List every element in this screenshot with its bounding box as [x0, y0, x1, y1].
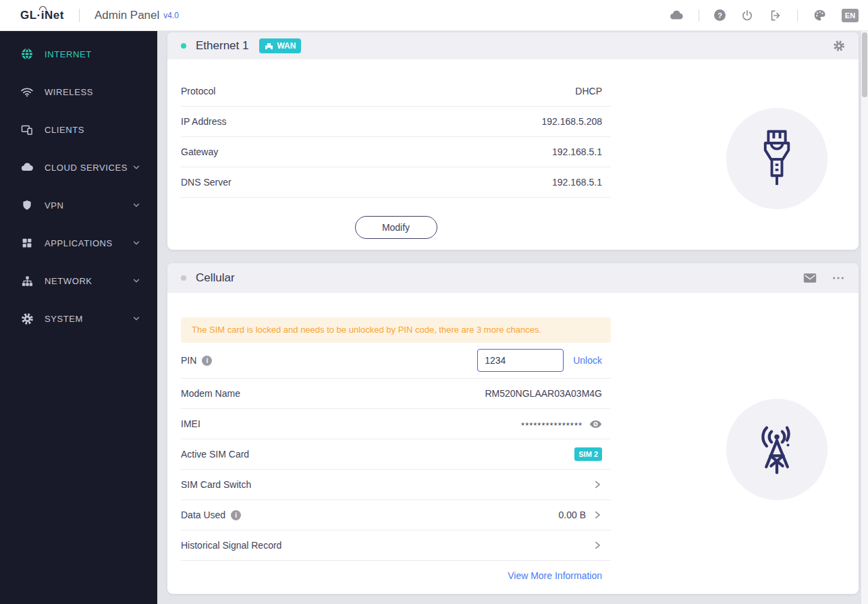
- row-label: DNS Server: [181, 177, 232, 188]
- scrollbar[interactable]: [861, 31, 868, 604]
- imei-masked-value: ***************: [521, 420, 582, 431]
- sim-card-switch-row[interactable]: SIM Card Switch: [181, 470, 611, 500]
- cellular-info-table: PIN i Unlock Modem Name RM520NGLAAR03A03…: [181, 343, 611, 561]
- row-label: Protocol: [181, 86, 215, 97]
- row-value: RM520NGLAAR03A03M4G: [485, 388, 602, 399]
- header-divider: [797, 9, 798, 22]
- ethernet-illustration: [726, 108, 828, 209]
- pin-input[interactable]: [477, 349, 564, 372]
- sidebar-item-label: SYSTEM: [45, 314, 83, 324]
- data-used-label: Data Used: [181, 510, 225, 520]
- cellular-card-footer: View More Information: [181, 561, 611, 591]
- cellular-illustration: [726, 399, 828, 500]
- globe-icon: [20, 47, 34, 61]
- sidebar-item-label: NETWORK: [45, 276, 92, 286]
- table-row: Active SIM Card SIM 2: [181, 439, 611, 470]
- chevron-down-icon: [132, 276, 141, 285]
- chevron-down-icon: [132, 314, 141, 323]
- pin-label: PIN: [181, 355, 196, 366]
- table-row: Modem Name RM520NGLAAR03A03M4G: [181, 379, 611, 409]
- data-used-row[interactable]: Data Used i 0.00 B: [181, 500, 611, 530]
- sidebar-item-label: INTERNET: [45, 49, 92, 59]
- row-value: 192.168.5.1: [552, 177, 602, 188]
- sidebar-item-applications[interactable]: APPLICATIONS: [0, 224, 157, 262]
- info-icon[interactable]: i: [231, 510, 241, 520]
- status-dot-connected: [181, 43, 186, 49]
- sidebar-item-system[interactable]: SYSTEM: [0, 300, 157, 337]
- row-label: Historical Signal Record: [181, 540, 281, 551]
- cellular-card-header: Cellular: [167, 263, 859, 293]
- status-dot-disconnected: [181, 275, 186, 281]
- row-label: Gateway: [181, 146, 218, 157]
- chevron-down-icon: [132, 238, 141, 248]
- sidebar-item-label: CLOUD SERVICES: [45, 163, 128, 173]
- page-title: Admin Panel: [94, 9, 159, 22]
- unlock-link[interactable]: Unlock: [573, 355, 602, 366]
- devices-icon: [20, 123, 34, 136]
- gear-icon: [20, 312, 34, 325]
- wifi-icon: [20, 85, 34, 99]
- glinet-logo: GL·iNet: [20, 9, 64, 22]
- modify-button[interactable]: Modify: [355, 216, 437, 239]
- logo-i-arc: i: [41, 9, 45, 22]
- power-icon[interactable]: [740, 9, 754, 22]
- sidebar-item-clients[interactable]: CLIENTS: [0, 111, 157, 148]
- logout-icon[interactable]: [769, 9, 782, 22]
- antenna-icon: [748, 420, 806, 478]
- sim2-badge: SIM 2: [574, 447, 602, 461]
- row-value: 192.168.5.1: [552, 146, 602, 157]
- table-row: Gateway 192.168.5.1: [181, 137, 611, 167]
- row-label: Active SIM Card: [181, 449, 249, 460]
- sidebar-item-vpn[interactable]: VPN: [0, 186, 157, 224]
- info-icon[interactable]: i: [202, 356, 212, 366]
- pin-row: PIN i Unlock: [181, 343, 611, 379]
- row-label: SIM Card Switch: [181, 479, 251, 490]
- top-bar: GL·iNet Admin Panel v4.0 ? EN: [0, 0, 868, 31]
- table-row: IP Address 192.168.5.208: [181, 107, 611, 137]
- scrollbar-thumb[interactable]: [862, 32, 867, 97]
- shield-icon: [20, 198, 34, 212]
- main-content: Ethernet 1 WAN Protocol DHCP IP Address …: [157, 31, 868, 604]
- cloud-icon: [20, 161, 34, 174]
- header-divider: [79, 9, 80, 22]
- ethernet-info-table: Protocol DHCP IP Address 192.168.5.208 G…: [181, 59, 611, 239]
- historical-signal-row[interactable]: Historical Signal Record: [181, 530, 611, 561]
- ethernet-card-header: Ethernet 1 WAN: [167, 32, 859, 59]
- row-label: Data Used i: [181, 510, 241, 520]
- sidebar-item-label: CLIENTS: [45, 125, 84, 135]
- view-more-link[interactable]: View More Information: [508, 570, 602, 581]
- row-label: IMEI: [181, 418, 200, 429]
- chevron-right-icon: [593, 510, 602, 520]
- chevron-right-icon: [593, 480, 602, 489]
- table-row: DNS Server 192.168.5.1: [181, 167, 611, 198]
- row-label: PIN i: [181, 355, 212, 366]
- chevron-down-icon: [132, 163, 141, 172]
- table-row: Protocol DHCP: [181, 76, 611, 107]
- sidebar-item-network[interactable]: NETWORK: [0, 262, 157, 300]
- ethernet-port-icon: [265, 43, 273, 50]
- version-label: v4.0: [163, 11, 179, 20]
- more-options-icon[interactable]: [832, 271, 845, 285]
- cloud-icon[interactable]: [669, 8, 684, 23]
- card-title: Cellular: [196, 271, 235, 285]
- language-badge[interactable]: EN: [842, 9, 859, 22]
- chevron-right-icon: [593, 541, 602, 550]
- sitemap-icon: [20, 274, 34, 287]
- row-value: DHCP: [575, 86, 602, 97]
- row-label: Modem Name: [181, 388, 240, 399]
- eye-toggle-icon[interactable]: [589, 420, 602, 429]
- help-icon[interactable]: ?: [714, 9, 726, 21]
- sidebar-item-cloud-services[interactable]: CLOUD SERVICES: [0, 148, 157, 186]
- sidebar-item-label: VPN: [45, 200, 64, 211]
- sidebar-item-internet[interactable]: INTERNET: [0, 35, 157, 73]
- sidebar: INTERNET WIRELESS CLIENTS CLOUD SERVICES…: [0, 31, 157, 604]
- sidebar-item-label: WIRELESS: [45, 87, 93, 97]
- wan-badge-label: WAN: [277, 41, 296, 51]
- logo-text: GL·: [20, 9, 41, 22]
- cellular-card: Cellular The SIM card is locked and need…: [167, 263, 859, 594]
- message-envelope-icon[interactable]: [803, 273, 817, 283]
- theme-icon[interactable]: [813, 8, 827, 22]
- sim-locked-warning: The SIM card is locked and needs to be u…: [181, 317, 611, 343]
- sidebar-item-wireless[interactable]: WIRELESS: [0, 73, 157, 111]
- settings-gear-icon[interactable]: [833, 40, 845, 52]
